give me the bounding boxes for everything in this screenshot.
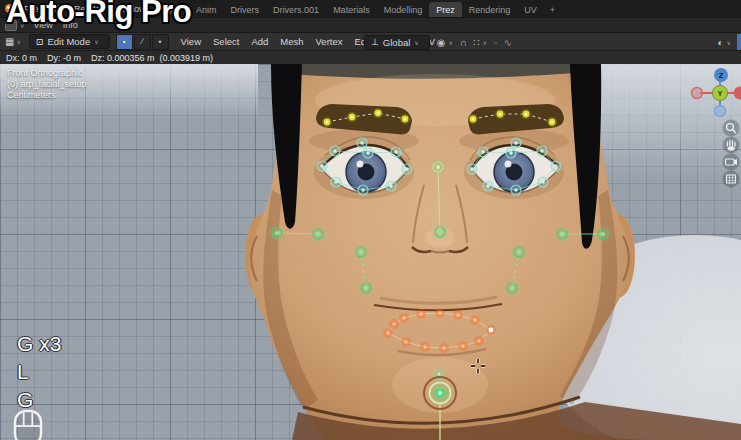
vp-menu-add[interactable]: Add [245,36,274,47]
ortho-grid-button[interactable] [723,171,740,188]
keycast-line-2: L [17,360,29,384]
viewport[interactable]: Z Y [0,64,741,440]
vp-menu-mesh[interactable]: Mesh [274,36,309,47]
mode-dropdown[interactable]: ⊡ Edit Mode ∨ [29,34,110,49]
viewport-header: ▦ ∨ ⊡ Edit Mode ∨ • ∕ ▪ View Select Add … [0,32,741,50]
viewport-editor-icon[interactable]: ▦ [0,36,16,47]
tab-prez[interactable]: Prez [429,2,462,17]
character-head[interactable] [245,64,741,440]
chevron-down-icon: ∨ [16,38,24,45]
units-label: Centimeters [7,90,56,100]
chevron-down-icon: ∨ [482,39,490,46]
tab-drivers-001[interactable]: Drivers.001 [266,2,326,17]
axis-x-positive[interactable] [734,87,741,100]
proportional-edit-icon[interactable]: ◦ [491,37,501,48]
axis-x-negative[interactable] [692,88,703,99]
tab-rendering[interactable]: Rendering [462,2,518,17]
chevron-down-icon: ∨ [727,39,735,46]
tab-uv[interactable]: UV [517,2,544,17]
snap-target-icon[interactable]: ∷ [470,37,482,48]
chevron-down-icon: ∨ [448,39,456,46]
face-select-button[interactable]: ▪ [152,34,169,50]
pivot-point-icon[interactable]: ◉ [434,37,449,48]
orientation-label: Global [383,37,410,48]
shading-sphere-icon[interactable]: ◐ [715,37,727,48]
workspace-tabs: Anim Drivers Drivers.001 Materials Model… [189,0,561,17]
tab-modelling[interactable]: Modelling [377,2,430,17]
viewport-canvas[interactable]: Z Y [0,64,741,440]
camera-view-button[interactable] [723,154,740,171]
orientation-dropdown[interactable]: ⊥ Global ∨ [364,35,430,50]
vp-menu-select[interactable]: Select [207,36,245,47]
mode-label: Edit Mode [47,36,90,47]
vp-menu-vertex[interactable]: Vertex [310,36,349,47]
mouse-icon [15,411,41,440]
axis-z-label: Z [719,71,724,80]
chevron-down-icon: ∨ [414,39,422,46]
viewport-nav-buttons [723,120,740,188]
keycast-line-3: G [17,388,33,412]
add-workspace-button[interactable]: + [544,3,561,17]
view-name-label: Front Orthographic [7,68,83,78]
edit-mode-icon: ⊡ [36,37,44,47]
tab-anim[interactable]: Anim [189,2,224,17]
axis-y-label: Y [717,89,722,98]
falloff-curve-icon[interactable]: ∿ [500,37,514,48]
transform-controls: ⊥ Global ∨ ◉ ∨ ∩ ∷ ∨ ◦ ∿ [360,33,515,51]
select-mode-buttons: • ∕ ▪ [116,34,169,50]
tool-header: Dx: 0 m Dy: -0 m Dz: 0.000356 m (0.00391… [0,50,741,64]
tab-drivers[interactable]: Drivers [224,2,267,17]
navigation-gizmo[interactable]: Z Y [692,68,741,117]
chevron-down-icon: ∨ [94,38,102,45]
shading-active-button[interactable] [737,34,741,50]
pan-hand-button[interactable] [723,137,740,154]
vertex-select-button[interactable]: • [116,34,133,50]
video-title-overlay: Auto-Rig Pro [6,0,191,30]
axis-z-negative[interactable] [715,106,726,117]
snap-magnet-icon[interactable]: ∩ [457,37,470,48]
transform-stats: Dx: 0 m Dy: -0 m Dz: 0.000356 m (0.00391… [0,53,213,63]
orientation-icon: ⊥ [371,37,379,47]
vp-menu-view[interactable]: View [175,36,207,47]
keycast-line-1: G x3 [17,332,61,356]
tab-materials[interactable]: Materials [326,2,377,17]
edge-select-button[interactable]: ∕ [134,34,151,50]
shading-controls: ◐ ∨ [715,33,735,51]
active-object-label: (0) arp_facial_setup [7,79,87,89]
zoom-button[interactable] [723,120,740,137]
